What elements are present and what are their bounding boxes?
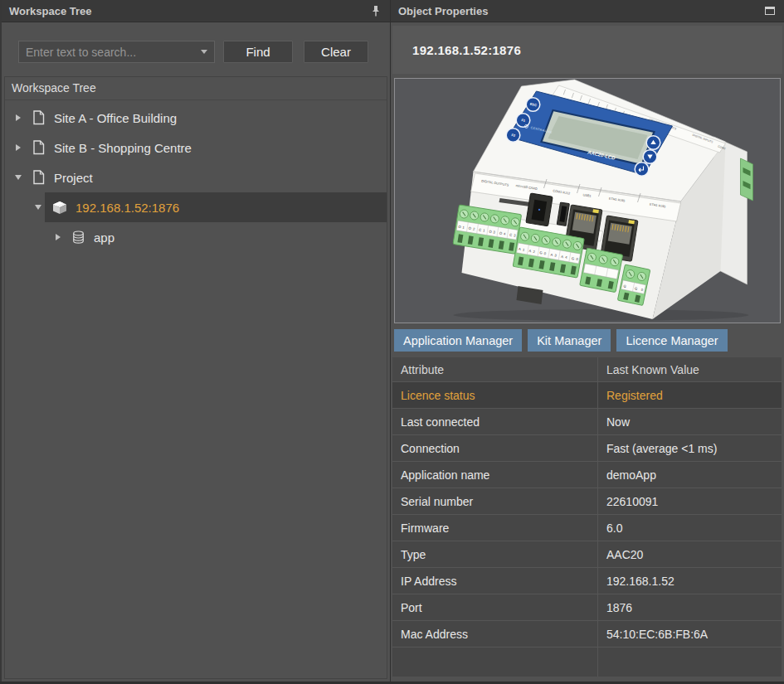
pin-icon[interactable] — [368, 3, 383, 18]
attribute-cell: Last connected — [392, 409, 598, 434]
panel-title: Object Properties — [398, 5, 488, 17]
database-icon — [70, 230, 86, 245]
find-button[interactable]: Find — [223, 41, 293, 63]
value-cell: Now — [598, 409, 782, 434]
column-header-value: Last Known Value — [598, 357, 782, 381]
search-dropdown-arrow-icon[interactable] — [193, 41, 215, 63]
application-manager-button[interactable]: Application Manager — [394, 329, 522, 352]
attribute-cell: Application name — [392, 462, 598, 488]
table-row[interactable]: Licence status Registered — [392, 382, 782, 409]
table-row[interactable]: Port 1876 — [392, 594, 782, 621]
document-icon — [30, 170, 46, 185]
tree-item-project[interactable]: Project — [5, 163, 387, 192]
value-cell: Fast (average <1 ms) — [598, 435, 782, 461]
workspace-tree-group: Workspace Tree Site A - Office Building — [4, 76, 387, 679]
terminal-block-c — [580, 248, 623, 293]
value-cell: 6.0 — [598, 515, 782, 541]
workspace-tree-panel: Workspace Tree Find Clear Workspace Tree — [0, 0, 390, 682]
table-row[interactable]: Type AAC20 — [392, 541, 782, 568]
table-row[interactable]: Firmware 6.0 — [392, 515, 782, 541]
tree-item-label: Site A - Office Building — [54, 111, 177, 125]
table-row[interactable]: Mac Address 54:10:EC:6B:FB:6A — [392, 621, 782, 648]
document-icon — [30, 110, 46, 125]
attribute-cell: Type — [392, 541, 598, 567]
tree-caption: Workspace Tree — [5, 77, 387, 100]
attribute-cell: Serial number — [392, 488, 598, 514]
tree-item-label: 192.168.1.52:1876 — [75, 201, 179, 215]
tree-item-site-a[interactable]: Site A - Office Building — [5, 103, 387, 133]
tree-item-device[interactable]: 192.168.1.52:1876 — [5, 192, 387, 222]
licence-manager-button[interactable]: Licence Manager — [616, 329, 727, 352]
tree-item-label: Site B - Shopping Centre — [54, 141, 192, 155]
properties-table: Attribute Last Known Value Licence statu… — [392, 357, 782, 677]
panel-title: Workspace Tree — [9, 5, 91, 17]
tree-item-label: app — [94, 230, 114, 245]
selected-highlight[interactable]: 192.168.1.52:1876 — [45, 192, 387, 222]
table-row[interactable]: Connection Fast (average <1 ms) — [392, 435, 782, 462]
table-row[interactable]: Application name demoApp — [392, 462, 782, 488]
attribute-cell: Port — [392, 594, 598, 620]
table-filler-row — [392, 648, 782, 677]
tree: Site A - Office Building Site B - Shoppi… — [5, 100, 387, 252]
table-row[interactable]: IP Address 192.168.1.52 — [392, 568, 782, 594]
device-icon — [51, 201, 68, 215]
attribute-cell: Firmware — [392, 515, 598, 541]
attribute-cell: Mac Address — [392, 621, 598, 647]
kit-manager-button[interactable]: Kit Manager — [528, 329, 611, 352]
attribute-cell: IP Address — [392, 568, 598, 594]
column-header-attribute: Attribute — [392, 357, 598, 381]
manager-buttons: Application Manager Kit Manager Licence … — [394, 329, 728, 352]
expand-arrow-icon[interactable] — [51, 234, 65, 240]
attribute-cell — [392, 648, 598, 677]
search-input[interactable] — [18, 41, 215, 63]
collapse-arrow-icon[interactable] — [32, 205, 45, 210]
search-bar: Find Clear — [2, 22, 390, 63]
value-cell: 1876 — [598, 594, 782, 620]
tree-item-app[interactable]: app — [5, 222, 387, 252]
device-illustration: UNIVERSAL INPUTS DIGITAL INPUTS COM2 ESC… — [395, 79, 780, 323]
table-row[interactable]: Serial number 22610091 — [392, 488, 782, 515]
value-cell: demoApp — [598, 462, 782, 488]
attribute-cell: Connection — [392, 435, 598, 461]
document-icon — [30, 140, 46, 155]
expand-arrow-icon[interactable] — [12, 144, 25, 151]
collapse-arrow-icon[interactable] — [12, 175, 25, 180]
value-cell: 22610091 — [598, 488, 782, 514]
workspace-tree-panel-header: Workspace Tree — [2, 0, 390, 22]
device-title: 192.168.1.52:1876 — [392, 26, 782, 74]
table-header-row: Attribute Last Known Value — [392, 357, 782, 382]
expand-arrow-icon[interactable] — [12, 114, 25, 121]
attribute-cell: Licence status — [392, 382, 598, 408]
value-cell — [598, 648, 782, 677]
object-properties-panel-header: Object Properties — [391, 0, 784, 22]
value-cell: 192.168.1.52 — [598, 568, 782, 594]
maximize-icon[interactable] — [762, 3, 777, 18]
table-row[interactable]: Last connected Now — [392, 409, 782, 435]
value-cell: Registered — [598, 382, 782, 408]
tree-item-label: Project — [54, 171, 93, 185]
tree-item-site-b[interactable]: Site B - Shopping Centre — [5, 133, 387, 163]
clear-button[interactable]: Clear — [304, 41, 368, 63]
com1-rj11-port — [526, 193, 553, 226]
enter-button — [635, 163, 649, 177]
value-cell: 54:10:EC:6B:FB:6A — [598, 621, 782, 647]
value-cell: AAC20 — [598, 541, 782, 567]
device-photo: UNIVERSAL INPUTS DIGITAL INPUTS COM2 ESC… — [394, 78, 781, 323]
object-properties-panel: Object Properties 192.168.1.52:1876 UNIV… — [391, 0, 784, 682]
search-combobox — [18, 41, 215, 63]
